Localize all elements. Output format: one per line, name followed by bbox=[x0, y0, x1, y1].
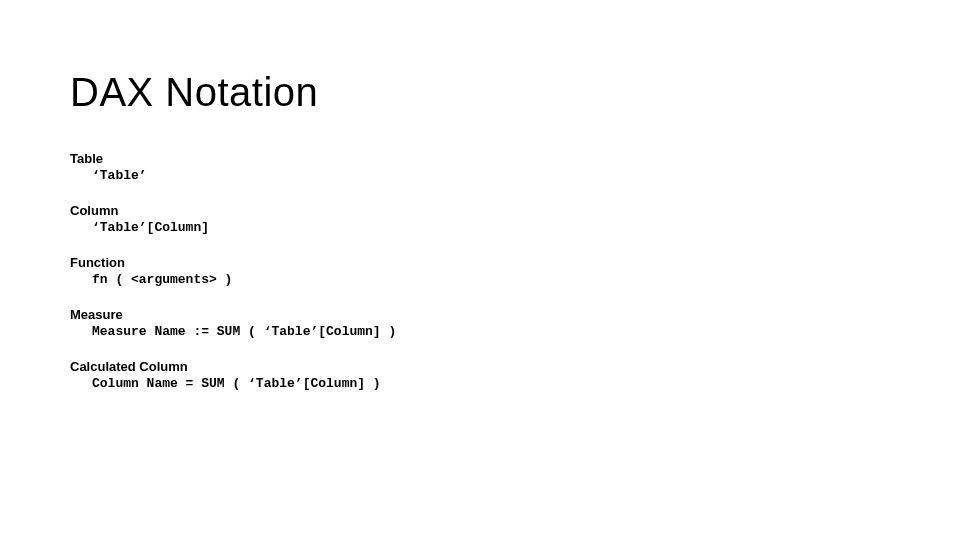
section-label: Table bbox=[70, 151, 960, 166]
section-table: Table ‘Table’ bbox=[70, 151, 960, 183]
section-code: ‘Table’[Column] bbox=[70, 220, 960, 235]
section-measure: Measure Measure Name := SUM ( ‘Table’[Co… bbox=[70, 307, 960, 339]
section-label: Column bbox=[70, 203, 960, 218]
section-code: Column Name = SUM ( ‘Table’[Column] ) bbox=[70, 376, 960, 391]
section-label: Function bbox=[70, 255, 960, 270]
slide: DAX Notation Table ‘Table’ Column ‘Table… bbox=[0, 0, 960, 540]
section-code: ‘Table’ bbox=[70, 168, 960, 183]
slide-title: DAX Notation bbox=[70, 70, 960, 115]
section-calculated-column: Calculated Column Column Name = SUM ( ‘T… bbox=[70, 359, 960, 391]
section-code: fn ( <arguments> ) bbox=[70, 272, 960, 287]
section-label: Calculated Column bbox=[70, 359, 960, 374]
section-label: Measure bbox=[70, 307, 960, 322]
section-function: Function fn ( <arguments> ) bbox=[70, 255, 960, 287]
section-code: Measure Name := SUM ( ‘Table’[Column] ) bbox=[70, 324, 960, 339]
section-column: Column ‘Table’[Column] bbox=[70, 203, 960, 235]
